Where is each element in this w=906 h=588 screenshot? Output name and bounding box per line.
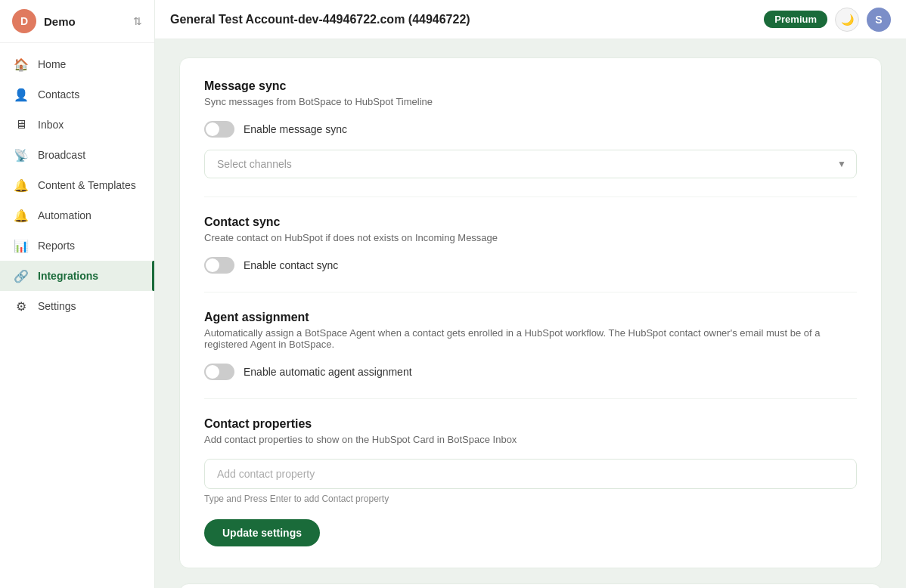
select-channels-wrap: Select channels ▼ bbox=[204, 150, 857, 178]
settings-card: Message sync Sync messages from BotSpace… bbox=[179, 57, 882, 568]
sidebar-item-broadcast[interactable]: 📡 Broadcast bbox=[0, 140, 154, 170]
message-sync-desc: Sync messages from BotSpace to HubSpot T… bbox=[204, 96, 857, 107]
home-icon: 🏠 bbox=[14, 57, 29, 72]
agent-assignment-section: Agent assignment Automatically assign a … bbox=[204, 311, 857, 380]
dark-mode-toggle[interactable]: 🌙 bbox=[835, 8, 859, 32]
sidebar-item-label: Integrations bbox=[38, 270, 98, 282]
sidebar-header: D Demo ⇅ bbox=[0, 0, 154, 43]
contact-sync-desc: Create contact on HubSpot if does not ex… bbox=[204, 232, 857, 243]
agent-assignment-desc: Automatically assign a BotSpace Agent wh… bbox=[204, 327, 857, 350]
message-sync-toggle-row: Enable message sync bbox=[204, 121, 857, 138]
contact-properties-desc: Add contact properties to show on the Hu… bbox=[204, 434, 857, 445]
sidebar-item-settings[interactable]: ⚙ Settings bbox=[0, 291, 154, 321]
contact-sync-toggle-row: Enable contact sync bbox=[204, 257, 857, 274]
agent-assignment-toggle-row: Enable automatic agent assignment bbox=[204, 364, 857, 380]
content-templates-icon: 🔔 bbox=[14, 178, 29, 193]
sidebar-item-automation[interactable]: 🔔 Automation bbox=[0, 200, 154, 231]
inbox-icon: 🖥 bbox=[14, 117, 29, 132]
sidebar-item-content-templates[interactable]: 🔔 Content & Templates bbox=[0, 170, 154, 200]
divider-1 bbox=[204, 197, 857, 197]
sidebar-item-label: Settings bbox=[38, 300, 76, 312]
sidebar-item-label: Reports bbox=[38, 240, 75, 252]
contact-properties-section: Contact properties Add contact propertie… bbox=[204, 417, 857, 546]
message-sync-toggle[interactable] bbox=[204, 121, 234, 138]
sidebar-item-contacts[interactable]: 👤 Contacts bbox=[0, 79, 154, 110]
sidebar-item-reports[interactable]: 📊 Reports bbox=[0, 231, 154, 261]
topbar-actions: Premium 🌙 S bbox=[764, 8, 891, 32]
contact-properties-title: Contact properties bbox=[204, 417, 857, 431]
sidebar-item-label: Home bbox=[38, 58, 66, 70]
content-area: Message sync Sync messages from BotSpace… bbox=[155, 39, 906, 588]
main-wrapper: General Test Account-dev-44946722.com (4… bbox=[155, 0, 906, 588]
sidebar-nav: 🏠 Home 👤 Contacts 🖥 Inbox 📡 Broadcast 🔔 … bbox=[0, 43, 154, 588]
sidebar-item-integrations[interactable]: 🔗 Integrations bbox=[0, 261, 154, 291]
sidebar-item-label: Automation bbox=[38, 209, 92, 221]
premium-badge: Premium bbox=[764, 11, 827, 28]
contact-sync-toggle-label: Enable contact sync bbox=[244, 259, 338, 271]
page-title: General Test Account-dev-44946722.com (4… bbox=[170, 13, 470, 26]
user-avatar[interactable]: S bbox=[867, 8, 891, 32]
brand-name: Demo bbox=[44, 15, 126, 28]
sidebar-item-home[interactable]: 🏠 Home bbox=[0, 49, 154, 79]
agent-assignment-toggle[interactable] bbox=[204, 364, 234, 380]
avatar: D bbox=[12, 9, 36, 33]
sidebar-item-label: Inbox bbox=[38, 119, 64, 131]
message-sync-section: Message sync Sync messages from BotSpace… bbox=[204, 79, 857, 178]
sidebar-item-label: Broadcast bbox=[38, 149, 85, 161]
integrations-icon: 🔗 bbox=[14, 268, 29, 283]
input-hint: Type and Press Enter to add Contact prop… bbox=[204, 494, 857, 504]
sidebar-item-label: Content & Templates bbox=[38, 179, 136, 191]
divider-3 bbox=[204, 398, 857, 399]
chevron-icon[interactable]: ⇅ bbox=[133, 15, 142, 27]
divider-2 bbox=[204, 292, 857, 292]
contact-sync-title: Contact sync bbox=[204, 215, 857, 229]
agent-assignment-title: Agent assignment bbox=[204, 311, 857, 324]
update-settings-button[interactable]: Update settings bbox=[204, 519, 320, 546]
contact-property-input[interactable] bbox=[204, 459, 857, 489]
contact-sync-toggle[interactable] bbox=[204, 257, 234, 274]
settings-icon: ⚙ bbox=[14, 299, 29, 314]
sidebar: D Demo ⇅ 🏠 Home 👤 Contacts 🖥 Inbox 📡 Bro… bbox=[0, 0, 155, 588]
agent-assignment-toggle-label: Enable automatic agent assignment bbox=[244, 366, 412, 378]
delete-integration-card: Delete integration Permanently delete Ge… bbox=[179, 583, 882, 588]
sidebar-item-inbox[interactable]: 🖥 Inbox bbox=[0, 110, 154, 140]
automation-icon: 🔔 bbox=[14, 208, 29, 223]
contact-sync-section: Contact sync Create contact on HubSpot i… bbox=[204, 215, 857, 274]
sidebar-item-label: Contacts bbox=[38, 88, 79, 101]
contacts-icon: 👤 bbox=[14, 87, 29, 102]
broadcast-icon: 📡 bbox=[14, 147, 29, 162]
message-sync-title: Message sync bbox=[204, 79, 857, 93]
topbar: General Test Account-dev-44946722.com (4… bbox=[155, 0, 906, 39]
message-sync-toggle-label: Enable message sync bbox=[244, 123, 347, 135]
reports-icon: 📊 bbox=[14, 238, 29, 253]
select-channels[interactable]: Select channels bbox=[204, 150, 857, 178]
